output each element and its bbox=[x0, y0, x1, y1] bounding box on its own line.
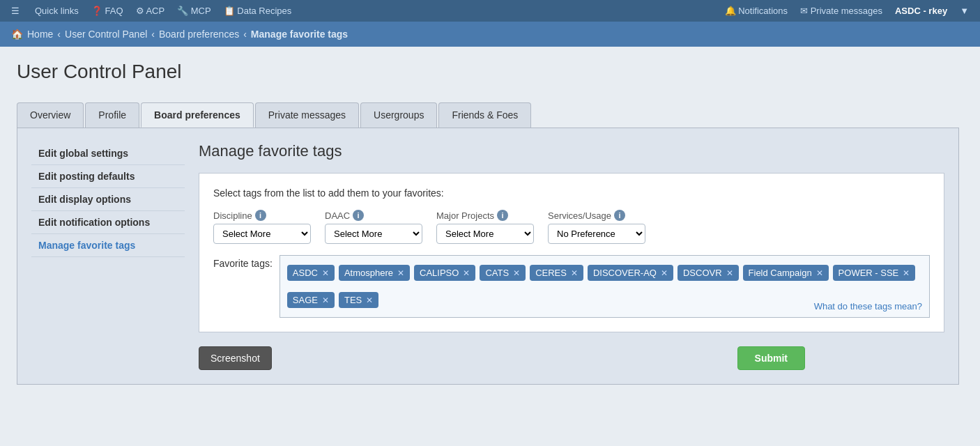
discipline-select[interactable]: Select More bbox=[213, 224, 311, 244]
dropdown-arrow-icon[interactable]: ▼ bbox=[960, 6, 969, 16]
majorprojects-info-icon[interactable]: i bbox=[497, 210, 508, 221]
submit-button[interactable]: Submit bbox=[737, 346, 805, 370]
notifications-link[interactable]: 🔔 Notifications bbox=[725, 6, 788, 16]
tag-tes-label: TES bbox=[344, 295, 362, 305]
sidebar-item-globalsettings[interactable]: Edit global settings bbox=[31, 142, 185, 165]
sidebar-item-displayoptions[interactable]: Edit display options bbox=[31, 188, 185, 211]
sidebar-item-postingdefaults[interactable]: Edit posting defaults bbox=[31, 165, 185, 188]
instruction-text: Select tags from the list to add them to… bbox=[213, 187, 930, 199]
screenshot-button[interactable]: Screenshot bbox=[199, 346, 272, 370]
tag-atmosphere: Atmosphere ✕ bbox=[339, 265, 410, 281]
tag-calipso-label: CALIPSO bbox=[420, 268, 459, 278]
tab-friendsfoes[interactable]: Friends & Foes bbox=[438, 102, 531, 128]
bottom-bar: Screenshot Submit bbox=[199, 346, 944, 370]
breadcrumb-boardprefs[interactable]: Board preferences bbox=[159, 29, 239, 40]
tag-cats: CATS ✕ bbox=[480, 265, 526, 281]
majorprojects-select[interactable]: Select More bbox=[436, 224, 534, 244]
tags-help-link[interactable]: What do these tags mean? bbox=[814, 301, 922, 312]
tag-dscovr: DSCOVR ✕ bbox=[677, 265, 739, 281]
tags-container: ASDC ✕ Atmosphere ✕ CALIPSO ✕ CATS bbox=[280, 255, 930, 318]
filter-daac: DAAC i Select More bbox=[325, 210, 422, 244]
username-display[interactable]: ASDC - rkey bbox=[895, 6, 947, 16]
tag-fieldcampaign-close[interactable]: ✕ bbox=[816, 268, 823, 278]
tag-dscovr-label: DSCOVR bbox=[683, 268, 722, 278]
filter-majorprojects-label: Major Projects i bbox=[436, 210, 534, 221]
tag-sage-label: SAGE bbox=[293, 295, 318, 305]
filter-discipline: Discipline i Select More bbox=[213, 210, 311, 244]
tag-tes: TES ✕ bbox=[339, 292, 378, 308]
tabs-row: Overview Profile Board preferences Priva… bbox=[17, 102, 959, 128]
tag-ceres-close[interactable]: ✕ bbox=[571, 268, 578, 278]
tag-fieldcampaign: Field Campaign ✕ bbox=[743, 265, 829, 281]
tag-power-sse-label: POWER - SSE bbox=[839, 268, 899, 278]
tag-sage: SAGE ✕ bbox=[287, 292, 335, 308]
section-title: Manage favorite tags bbox=[199, 142, 944, 160]
main-panel: Edit global settings Edit posting defaul… bbox=[17, 128, 959, 385]
breadcrumb-sep-2: ‹ bbox=[151, 29, 155, 40]
fav-tags-row: Favorite tags: ASDC ✕ Atmosphere ✕ CALIP… bbox=[213, 255, 930, 318]
faq-link[interactable]: ❓ FAQ bbox=[91, 6, 123, 16]
tag-discover-aq: DISCOVER-AQ ✕ bbox=[588, 265, 673, 281]
page-title: User Control Panel bbox=[17, 61, 959, 90]
filter-row: Discipline i Select More DAAC i bbox=[213, 210, 930, 244]
datarecipes-link[interactable]: 📋 Data Recipes bbox=[224, 6, 292, 16]
top-nav-left: ☰ Quick links ❓ FAQ ⚙ ACP 🔧 MCP 📋 Data R… bbox=[11, 6, 291, 16]
tag-calipso: CALIPSO ✕ bbox=[414, 265, 475, 281]
breadcrumb-sep-3: ‹ bbox=[243, 29, 247, 40]
tab-usergroups[interactable]: Usergroups bbox=[360, 102, 437, 128]
servicesusage-select[interactable]: No Preference bbox=[548, 224, 645, 244]
tag-discover-aq-label: DISCOVER-AQ bbox=[593, 268, 657, 278]
daac-select[interactable]: Select More bbox=[325, 224, 422, 244]
tag-atmosphere-label: Atmosphere bbox=[344, 268, 393, 278]
top-nav-right: 🔔 Notifications ✉ Private messages ASDC … bbox=[725, 6, 969, 16]
tag-box: Select tags from the list to add them to… bbox=[199, 173, 944, 332]
fav-label: Favorite tags: bbox=[213, 255, 273, 269]
tag-power-sse-close[interactable]: ✕ bbox=[903, 268, 910, 278]
breadcrumb-sep-1: ‹ bbox=[57, 29, 61, 40]
filter-servicesusage-label: Services/Usage i bbox=[548, 210, 645, 221]
tag-fieldcampaign-label: Field Campaign bbox=[749, 268, 812, 278]
top-nav: ☰ Quick links ❓ FAQ ⚙ ACP 🔧 MCP 📋 Data R… bbox=[0, 0, 980, 22]
tag-sage-close[interactable]: ✕ bbox=[322, 295, 329, 305]
hamburger-icon[interactable]: ☰ bbox=[11, 6, 20, 16]
breadcrumb-ucp[interactable]: User Control Panel bbox=[65, 29, 147, 40]
mcp-link[interactable]: 🔧 MCP bbox=[177, 6, 211, 16]
tag-power-sse: POWER - SSE ✕ bbox=[833, 265, 916, 281]
filter-servicesusage: Services/Usage i No Preference bbox=[548, 210, 645, 244]
page-content: User Control Panel Overview Profile Boar… bbox=[0, 47, 976, 399]
tag-atmosphere-close[interactable]: ✕ bbox=[397, 268, 404, 278]
tab-privatemessages[interactable]: Private messages bbox=[255, 102, 359, 128]
breadcrumb-current: Manage favorite tags bbox=[251, 29, 348, 40]
daac-info-icon[interactable]: i bbox=[353, 210, 364, 221]
tag-cats-close[interactable]: ✕ bbox=[513, 268, 520, 278]
tag-calipso-close[interactable]: ✕ bbox=[463, 268, 470, 278]
discipline-info-icon[interactable]: i bbox=[255, 210, 266, 221]
filter-discipline-label: Discipline i bbox=[213, 210, 311, 221]
tab-boardprefs[interactable]: Board preferences bbox=[141, 102, 254, 128]
tag-asdc-close[interactable]: ✕ bbox=[322, 268, 329, 278]
sidebar-item-notificationoptions[interactable]: Edit notification options bbox=[31, 211, 185, 234]
privatemessages-link[interactable]: ✉ Private messages bbox=[800, 6, 882, 16]
acp-link[interactable]: ⚙ ACP bbox=[136, 6, 165, 16]
tag-asdc-label: ASDC bbox=[293, 268, 318, 278]
home-icon: 🏠 bbox=[11, 29, 23, 40]
filter-daac-label: DAAC i bbox=[325, 210, 422, 221]
breadcrumb-home[interactable]: Home bbox=[27, 29, 53, 40]
breadcrumb: 🏠 Home ‹ User Control Panel ‹ Board pref… bbox=[0, 22, 980, 47]
tag-cats-label: CATS bbox=[485, 268, 509, 278]
servicesusage-info-icon[interactable]: i bbox=[614, 210, 625, 221]
tag-asdc: ASDC ✕ bbox=[287, 265, 335, 281]
sidebar-item-favtags[interactable]: Manage favorite tags bbox=[31, 234, 185, 257]
tag-discover-aq-close[interactable]: ✕ bbox=[661, 268, 668, 278]
sidebar: Edit global settings Edit posting defaul… bbox=[31, 142, 185, 370]
tag-dscovr-close[interactable]: ✕ bbox=[726, 268, 733, 278]
tag-ceres: CERES ✕ bbox=[530, 265, 583, 281]
tab-overview[interactable]: Overview bbox=[17, 102, 84, 128]
filter-majorprojects: Major Projects i Select More bbox=[436, 210, 534, 244]
quicklinks-link[interactable]: Quick links bbox=[35, 6, 79, 16]
tag-ceres-label: CERES bbox=[535, 268, 567, 278]
tab-profile[interactable]: Profile bbox=[85, 102, 139, 128]
content-area: Manage favorite tags Select tags from th… bbox=[185, 142, 944, 370]
tag-tes-close[interactable]: ✕ bbox=[366, 295, 373, 305]
